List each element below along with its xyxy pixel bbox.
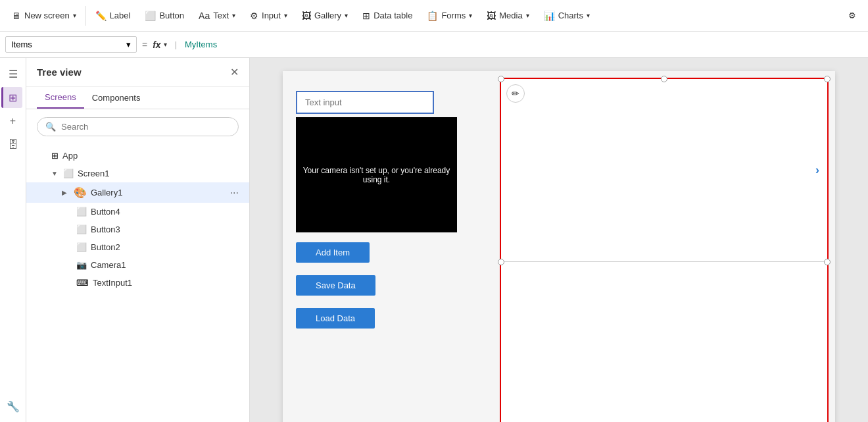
collapse-icon[interactable]: ▼ [51,170,59,177]
search-input[interactable] [61,122,230,132]
gallery-selection[interactable]: ✏ › [500,78,829,422]
formula-value: MyItems [185,40,217,49]
text-icon: Aa [199,11,210,21]
more-options-icon[interactable]: ··· [230,187,239,199]
tools-icon-button[interactable]: 🔧 [3,396,24,417]
handle-left[interactable] [498,259,504,265]
tab-screens[interactable]: Screens [37,87,84,109]
tree-panel: Tree view ✕ Screens Components 🔍 ⊞ App ▼… [26,58,250,422]
label-icon: ✏️ [95,11,107,21]
sidebar-icons: ☰ ⊞ + 🗄 🔧 [0,58,26,422]
chevron-down-icon: ▾ [126,40,131,49]
input-icon: ⚙ [250,11,258,21]
layers-icon-button[interactable]: ⊞ [1,87,22,108]
button2-icon: ⬜ [76,242,87,252]
equals-sign: = [142,40,147,50]
formula-bar: Items ▾ = fx ▾ | MyItems [0,32,868,58]
canvas-area: Your camera isn't set up, or you're alre… [250,58,868,422]
database-icon-button[interactable]: 🗄 [3,134,24,155]
items-dropdown[interactable]: Items ▾ [5,36,137,53]
tree-item-textinput1[interactable]: ⌨ TextInput1 [26,274,249,292]
chevron-down-icon: ▾ [587,12,590,19]
text-button[interactable]: Aa Text ▾ [192,7,242,24]
gallery-inner: ✏ › [501,79,827,422]
chevron-down-icon: ▾ [164,41,167,48]
canvas-text-input[interactable] [296,91,434,114]
chevron-down-icon: ▾ [469,12,472,19]
tree-close-button[interactable]: ✕ [230,66,239,78]
load-data-button[interactable]: Load Data [296,308,375,329]
button4-icon: ⬜ [76,207,87,217]
tree-title: Tree view [37,66,82,78]
screen-icon: ⬜ [63,169,74,178]
canvas-camera: Your camera isn't set up, or you're alre… [296,117,457,232]
handle-top-right[interactable] [824,76,831,82]
tree-item-button2[interactable]: ⬜ Button2 [26,238,249,256]
forms-button[interactable]: 📋 Forms ▾ [420,7,479,24]
separator: | [175,40,177,49]
tab-components[interactable]: Components [84,87,149,109]
charts-icon: 📊 [544,11,555,21]
gallery-color-icon: 🎨 [74,186,87,199]
chevron-down-icon: ▾ [232,12,235,19]
app-icon: ⊞ [51,151,59,161]
tree-item-gallery1[interactable]: ▶ 🎨 Gallery1 ··· [26,182,249,203]
media-icon: 🖼 [487,11,496,21]
tree-header: Tree view ✕ [26,58,249,87]
tree-tabs: Screens Components [26,87,249,109]
tree-search-box[interactable]: 🔍 [37,117,239,136]
handle-top[interactable] [661,76,667,82]
button-button[interactable]: ⬜ Button [138,7,191,24]
edit-icon-button[interactable]: ✏ [506,84,525,103]
save-data-button[interactable]: Save Data [296,275,375,296]
gallery-row-top: › [501,79,827,262]
camera1-icon: 📷 [76,260,87,270]
button3-icon: ⬜ [76,224,87,234]
tree-item-button3[interactable]: ⬜ Button3 [26,221,249,238]
chevron-right-icon: › [815,163,819,177]
table-icon: ⊞ [362,11,370,21]
settings-icon: ⚙ [848,11,856,20]
search-icon: 🔍 [45,122,56,132]
hamburger-icon-button[interactable]: ☰ [3,63,24,84]
divider [85,6,86,26]
gallery-button[interactable]: 🖼 Gallery ▾ [295,7,354,24]
add-item-button[interactable]: Add Item [296,242,370,263]
new-screen-button[interactable]: 🖥 New screen ▾ [5,7,83,24]
fx-button[interactable]: fx ▾ [153,40,166,50]
handle-top-left[interactable] [498,76,504,82]
camera-message: Your camera isn't set up, or you're alre… [296,159,457,191]
tree-item-app[interactable]: ⊞ App [26,147,249,165]
gallery-icon: 🖼 [302,11,311,21]
gallery-row-bottom [501,262,827,422]
toolbar: 🖥 New screen ▾ ✏️ Label ⬜ Button Aa Text… [0,0,868,32]
tree-item-button4[interactable]: ⬜ Button4 [26,203,249,221]
expand-icon[interactable]: ▶ [62,189,70,196]
chevron-down-icon: ▾ [526,12,529,19]
settings-button[interactable]: ⚙ [842,7,863,24]
handle-right[interactable] [824,259,831,265]
label-button[interactable]: ✏️ Label [89,7,137,24]
monitor-icon: 🖥 [12,11,21,21]
tree-item-camera1[interactable]: 📷 Camera1 [26,256,249,274]
tree-items: ⊞ App ▼ ⬜ Screen1 ▶ 🎨 Gallery1 ··· [26,144,249,422]
plus-icon-button[interactable]: + [3,111,24,132]
media-button[interactable]: 🖼 Media ▾ [480,7,535,24]
main-layout: ☰ ⊞ + 🗄 🔧 Tree view ✕ Screens Components… [0,58,868,422]
datatable-button[interactable]: ⊞ Data table [356,7,419,24]
tree-item-screen1[interactable]: ▼ ⬜ Screen1 [26,165,249,182]
forms-icon: 📋 [427,11,438,21]
chevron-down-icon: ▾ [284,12,287,19]
charts-button[interactable]: 📊 Charts ▾ [537,7,596,24]
chevron-down-icon: ▾ [345,12,348,19]
app-canvas: Your camera isn't set up, or you're alre… [283,71,835,422]
button-icon: ⬜ [145,11,156,21]
input-button[interactable]: ⚙ Input ▾ [243,7,294,24]
chevron-down-icon: ▾ [73,12,76,19]
textinput1-icon: ⌨ [76,278,89,288]
